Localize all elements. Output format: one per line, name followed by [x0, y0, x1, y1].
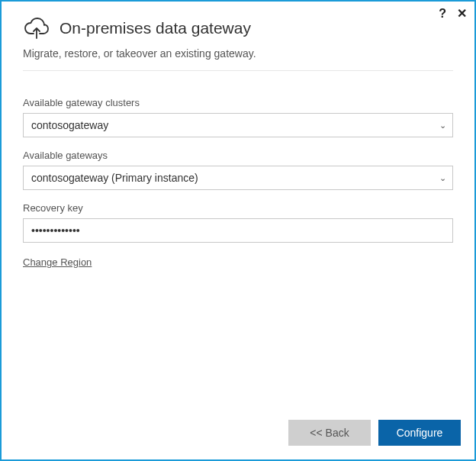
close-button[interactable]: ✕: [457, 6, 467, 21]
back-button[interactable]: << Back: [288, 420, 371, 446]
gateways-select[interactable]: contosogateway (Primary instance) ⌄: [23, 166, 453, 190]
clusters-select[interactable]: contosogateway ⌄: [23, 113, 453, 137]
footer-buttons: << Back Configure: [288, 420, 461, 446]
recovery-key-input[interactable]: [23, 218, 453, 243]
recovery-key-label: Recovery key: [23, 202, 453, 214]
change-region-link[interactable]: Change Region: [23, 256, 92, 268]
content-area: On-premises data gateway Migrate, restor…: [2, 2, 474, 269]
cloud-upload-icon: [23, 17, 50, 40]
gateways-selected-value: contosogateway (Primary instance): [31, 172, 198, 184]
configure-button[interactable]: Configure: [378, 420, 461, 446]
gateways-label: Available gateways: [23, 150, 453, 161]
divider: [23, 70, 453, 71]
chevron-down-icon: ⌄: [439, 121, 446, 131]
field-recovery-key: Recovery key: [23, 202, 453, 243]
clusters-selected-value: contosogateway: [31, 119, 108, 131]
field-available-gateways: Available gateways contosogateway (Prima…: [23, 150, 453, 190]
field-gateway-clusters: Available gateway clusters contosogatewa…: [23, 97, 453, 137]
clusters-label: Available gateway clusters: [23, 97, 453, 108]
header-row: On-premises data gateway: [23, 17, 453, 40]
page-subtitle: Migrate, restore, or takeover an existin…: [23, 47, 453, 60]
page-title: On-premises data gateway: [60, 19, 251, 37]
chevron-down-icon: ⌄: [439, 173, 446, 183]
form-area: Available gateway clusters contosogatewa…: [23, 97, 453, 269]
help-button[interactable]: ?: [439, 7, 446, 21]
titlebar: ? ✕: [439, 6, 467, 21]
